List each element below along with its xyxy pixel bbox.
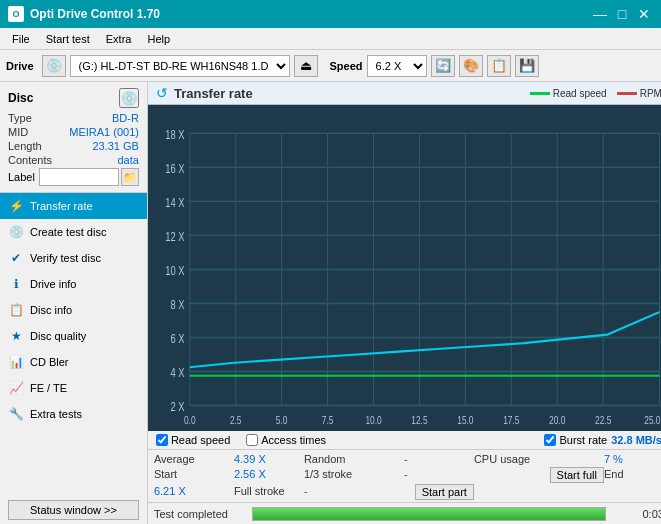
svg-text:22.5: 22.5 [595, 414, 612, 427]
save-button[interactable]: 💾 [515, 55, 539, 77]
transfer-rate-icon: ⚡ [8, 198, 24, 214]
start-value: 2.56 X [234, 467, 304, 483]
start-part-button[interactable]: Start part [415, 484, 474, 500]
svg-text:10 X: 10 X [165, 264, 185, 278]
read-speed-checkbox-input[interactable] [156, 434, 168, 446]
nav-item-label-cd-bler: CD Bler [30, 356, 69, 368]
svg-text:8 X: 8 X [170, 298, 185, 312]
start-full-button[interactable]: Start full [550, 467, 604, 483]
main-layout: Disc 💿 Type BD-R MID MEIRA1 (001) Length… [0, 82, 661, 524]
chart-container: 18 X 16 X 14 X 12 X 10 X 8 X 6 X 4 X 2 X… [148, 105, 661, 431]
chart-header: ↺ Transfer rate Read speed RPM [148, 82, 661, 105]
svg-text:18 X: 18 X [165, 128, 185, 142]
fe-te-icon: 📈 [8, 380, 24, 396]
status-window-button[interactable]: Status window >> [8, 500, 139, 520]
burst-rate-checkbox[interactable]: Burst rate [544, 434, 607, 446]
progress-bar-fill [253, 508, 605, 520]
nav-item-label-transfer-rate: Transfer rate [30, 200, 93, 212]
disc-info-icon: 📋 [8, 302, 24, 318]
nav-item-transfer-rate[interactable]: ⚡ Transfer rate [0, 193, 147, 219]
svg-text:25.0 GB: 25.0 GB [644, 414, 661, 427]
svg-text:12 X: 12 X [165, 230, 185, 244]
disc-refresh-button[interactable]: 💿 [119, 88, 139, 108]
menu-start-test[interactable]: Start test [38, 31, 98, 47]
nav-item-fe-te[interactable]: 📈 FE / TE [0, 375, 147, 401]
drive-select[interactable]: (G:) HL-DT-ST BD-RE WH16NS48 1.D3 [70, 55, 290, 77]
color-button[interactable]: 🎨 [459, 55, 483, 77]
nav-item-drive-info[interactable]: ℹ Drive info [0, 271, 147, 297]
drive-icon-button[interactable]: 💿 [42, 55, 66, 77]
disc-mid-value: MEIRA1 (001) [69, 126, 139, 138]
app-title: Opti Drive Control 1.70 [30, 7, 160, 21]
svg-text:2.5: 2.5 [230, 414, 242, 427]
create-test-disc-icon: 💿 [8, 224, 24, 240]
legend-read-speed-label: Read speed [553, 88, 607, 99]
disc-length-value: 23.31 GB [92, 140, 138, 152]
svg-text:10.0: 10.0 [365, 414, 382, 427]
access-times-checkbox-input[interactable] [246, 434, 258, 446]
nav-item-disc-quality[interactable]: ★ Disc quality [0, 323, 147, 349]
progress-time: 0:03 [614, 508, 661, 520]
chart-legend: Read speed RPM [530, 88, 661, 99]
stroke-1-3-label: 1/3 stroke [304, 467, 404, 483]
nav-item-extra-tests[interactable]: 🔧 Extra tests [0, 401, 147, 427]
svg-text:17.5: 17.5 [503, 414, 520, 427]
read-speed-checkbox[interactable]: Read speed [156, 434, 230, 446]
disc-label-folder-button[interactable]: 📁 [121, 168, 139, 186]
menu-help[interactable]: Help [139, 31, 178, 47]
full-stroke-value: - [304, 484, 404, 500]
eject-button[interactable]: ⏏ [294, 55, 318, 77]
disc-contents-value: data [118, 154, 139, 166]
content-area: ↺ Transfer rate Read speed RPM [148, 82, 661, 524]
burst-rate-label: Burst rate [559, 434, 607, 446]
random-value: - [404, 452, 474, 466]
nav-item-label-disc-quality: Disc quality [30, 330, 86, 342]
chart-svg: 18 X 16 X 14 X 12 X 10 X 8 X 6 X 4 X 2 X… [148, 105, 661, 431]
refresh-button[interactable]: 🔄 [431, 55, 455, 77]
disc-mid-label: MID [8, 126, 28, 138]
menu-extra[interactable]: Extra [98, 31, 140, 47]
close-button[interactable]: ✕ [635, 5, 653, 23]
read-speed-label: Read speed [171, 434, 230, 446]
disc-type-label: Type [8, 112, 32, 124]
svg-text:5.0: 5.0 [276, 414, 288, 427]
disc-quality-icon: ★ [8, 328, 24, 344]
stroke-1-3-value: - [404, 467, 474, 483]
drive-label: Drive [6, 60, 34, 72]
access-times-label: Access times [261, 434, 326, 446]
progress-bar-container [252, 507, 606, 521]
svg-text:7.5: 7.5 [322, 414, 334, 427]
checkbox-row: Read speed Access times Burst rate 32.8 … [148, 431, 661, 450]
nav-menu: ⚡ Transfer rate 💿 Create test disc ✔ Ver… [0, 193, 147, 496]
access-times-checkbox[interactable]: Access times [246, 434, 326, 446]
disc-panel: Disc 💿 Type BD-R MID MEIRA1 (001) Length… [0, 82, 147, 193]
nav-item-label-drive-info: Drive info [30, 278, 76, 290]
titlebar: O Opti Drive Control 1.70 — □ ✕ [0, 0, 661, 28]
cpu-label: CPU usage [474, 452, 604, 466]
drive-info-icon: ℹ [8, 276, 24, 292]
minimize-button[interactable]: — [591, 5, 609, 23]
menu-file[interactable]: File [4, 31, 38, 47]
disc-label-row: Label 📁 [8, 168, 139, 186]
nav-item-disc-info[interactable]: 📋 Disc info [0, 297, 147, 323]
nav-item-cd-bler[interactable]: 📊 CD Bler [0, 349, 147, 375]
disc-contents-label: Contents [8, 154, 52, 166]
titlebar-controls: — □ ✕ [591, 5, 653, 23]
nav-item-create-test-disc[interactable]: 💿 Create test disc [0, 219, 147, 245]
speed-select[interactable]: 6.2 X [367, 55, 427, 77]
info-button[interactable]: 📋 [487, 55, 511, 77]
disc-label-input[interactable] [39, 168, 119, 186]
nav-item-label-verify-test-disc: Verify test disc [30, 252, 101, 264]
app-icon: O [8, 6, 24, 22]
maximize-button[interactable]: □ [613, 5, 631, 23]
end-label: End [604, 467, 661, 483]
nav-item-verify-test-disc[interactable]: ✔ Verify test disc [0, 245, 147, 271]
progress-area: Test completed 0:03 [148, 502, 661, 524]
burst-rate-checkbox-input[interactable] [544, 434, 556, 446]
chart-title: Transfer rate [174, 86, 524, 101]
nav-item-label-extra-tests: Extra tests [30, 408, 82, 420]
svg-text:2 X: 2 X [170, 400, 185, 414]
titlebar-left: O Opti Drive Control 1.70 [8, 6, 160, 22]
end-value: 6.21 X [154, 484, 234, 500]
average-value: 4.39 X [234, 452, 304, 466]
